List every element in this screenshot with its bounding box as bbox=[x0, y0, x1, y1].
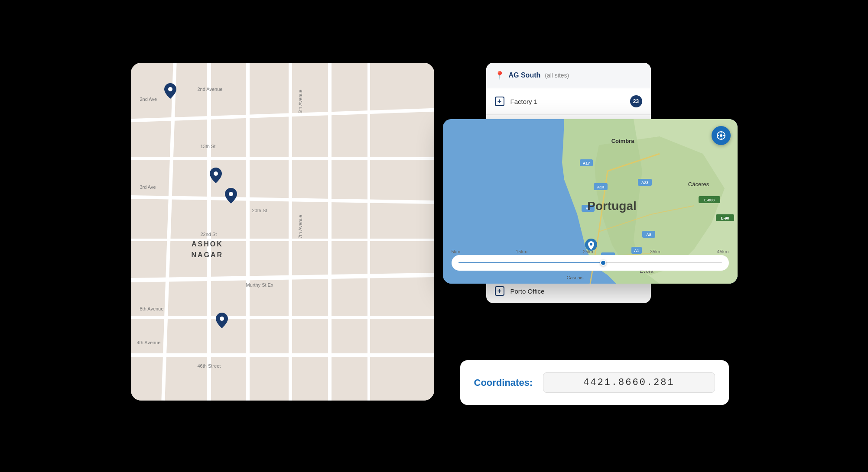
svg-point-1 bbox=[214, 171, 218, 176]
sidebar-title: AG South bbox=[509, 71, 541, 79]
street-h3 bbox=[131, 195, 434, 204]
recenter-button[interactable] bbox=[712, 126, 731, 145]
coordinates-value: 4421.8660.281 bbox=[543, 372, 715, 393]
street-h4 bbox=[131, 239, 434, 241]
map-pin-1 bbox=[164, 83, 176, 99]
svg-text:Coimbra: Coimbra bbox=[611, 138, 634, 144]
slider-thumb[interactable] bbox=[600, 260, 606, 266]
map-pin-2 bbox=[210, 168, 222, 183]
street-label-13th-st: 13th St bbox=[201, 144, 216, 149]
sidebar-item-factory1[interactable]: + Factory 1 23 bbox=[486, 88, 651, 115]
svg-text:Portugal: Portugal bbox=[587, 199, 637, 213]
street-label-4th-ave: 4th Avenue bbox=[137, 340, 161, 345]
slider-fill bbox=[458, 262, 603, 263]
svg-point-36 bbox=[590, 243, 592, 246]
map-pin-3 bbox=[225, 188, 237, 204]
svg-point-2 bbox=[229, 192, 233, 196]
street-label-20th-st: 20th St bbox=[252, 208, 267, 213]
street-label-46th-st: 46th Street bbox=[198, 363, 221, 369]
street-v1 bbox=[161, 63, 176, 401]
expand-factory1-icon[interactable]: + bbox=[495, 97, 504, 106]
coordinates-label: Coordinates: bbox=[474, 377, 533, 388]
slider-track bbox=[458, 262, 722, 263]
street-h5 bbox=[131, 273, 434, 282]
street-h1 bbox=[131, 108, 434, 122]
background-map: 2nd Ave 3rd Ave 8th Avenue 4th Avenue 7t… bbox=[131, 63, 434, 401]
slider-label-5km: 5km bbox=[452, 249, 461, 254]
location-icon: 📍 bbox=[495, 71, 504, 80]
svg-text:A17: A17 bbox=[582, 161, 590, 165]
svg-text:Cáceres: Cáceres bbox=[688, 181, 709, 188]
street-label-3rd-ave: 3rd Ave bbox=[140, 184, 156, 190]
street-label-murthy: Murthy St Ex bbox=[246, 282, 273, 288]
street-v6 bbox=[367, 63, 370, 401]
distance-slider[interactable] bbox=[452, 255, 729, 271]
sidebar-header: 📍 AG South (all sites) bbox=[486, 63, 651, 88]
map-pin-4 bbox=[216, 313, 228, 328]
street-h6 bbox=[131, 316, 434, 319]
slider-label-25km: 25km bbox=[583, 249, 595, 254]
slider-label-15km: 15km bbox=[516, 249, 527, 254]
svg-point-0 bbox=[168, 87, 172, 91]
svg-text:A8: A8 bbox=[646, 233, 651, 237]
street-label-22nd-st: 22nd St bbox=[201, 232, 217, 237]
factory1-label: Factory 1 bbox=[510, 98, 630, 105]
main-scene: 2nd Ave 3rd Ave 8th Avenue 4th Avenue 7t… bbox=[131, 41, 738, 431]
street-label-5th-avenue: 5th Avenue bbox=[298, 90, 303, 113]
street-label-8th-ave: 8th Avenue bbox=[140, 306, 164, 311]
street-label-2nd-ave: 2nd Ave bbox=[140, 97, 157, 102]
city-label: ASHOKNAGAR bbox=[192, 239, 224, 261]
recenter-icon bbox=[716, 131, 726, 140]
slider-labels: 5km 15km 25km 35km 45km bbox=[452, 249, 729, 254]
street-v3 bbox=[246, 63, 250, 401]
street-v5 bbox=[328, 63, 332, 401]
sidebar-subtitle: (all sites) bbox=[545, 72, 569, 79]
portugal-map-card: A1 A13 A17 A23 A8 A1 A13 E-803 E-90 P bbox=[443, 119, 738, 284]
coordinates-card: Coordinates: 4421.8660.281 bbox=[460, 360, 729, 405]
svg-text:Cascais: Cascais bbox=[566, 275, 584, 280]
svg-text:E-90: E-90 bbox=[721, 216, 729, 220]
svg-point-3 bbox=[220, 317, 224, 321]
street-h7 bbox=[131, 353, 434, 357]
street-v4 bbox=[289, 63, 292, 401]
slider-label-45km: 45km bbox=[717, 249, 729, 254]
street-label-2nd-avenue: 2nd Avenue bbox=[198, 87, 223, 92]
street-h2 bbox=[131, 157, 434, 160]
svg-text:A13: A13 bbox=[597, 185, 604, 189]
svg-text:E-803: E-803 bbox=[704, 198, 714, 202]
street-label-7th-ave: 7th Avenue bbox=[298, 215, 303, 239]
factory1-badge: 23 bbox=[630, 95, 642, 107]
slider-label-35km: 35km bbox=[650, 249, 662, 254]
expand-porto-icon[interactable]: + bbox=[495, 286, 504, 296]
svg-point-38 bbox=[720, 134, 722, 137]
svg-text:A23: A23 bbox=[641, 181, 648, 185]
porto-label: Porto Office bbox=[510, 288, 642, 295]
